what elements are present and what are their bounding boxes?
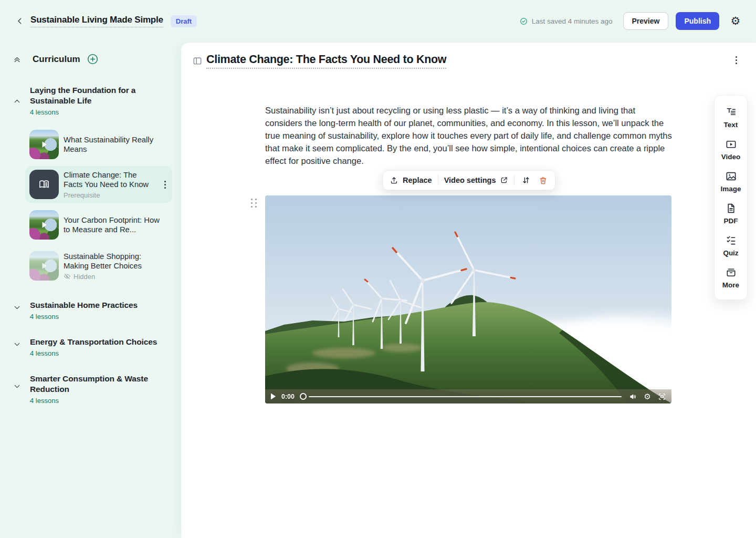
block-drag-handle[interactable] xyxy=(249,197,259,210)
more-blocks-icon xyxy=(725,266,737,278)
curriculum-sidebar: Curriculum Laying the Foundation for a S… xyxy=(0,42,181,538)
replace-button[interactable]: Replace xyxy=(390,176,432,185)
section-title: Smarter Consumption & Waste Reduction xyxy=(30,374,168,395)
video-settings-label: Video settings xyxy=(444,176,496,184)
insert-video-button[interactable]: Video xyxy=(715,138,747,161)
lesson-row-sustainable-shopping[interactable]: Sustainable Shopping: Making Better Choi… xyxy=(25,247,172,284)
section-title: Sustainable Home Practices xyxy=(30,300,168,311)
lesson-editor-canvas: Climate Change: The Facts You Need to Kn… xyxy=(181,42,756,538)
add-section-button[interactable] xyxy=(87,53,99,65)
insert-pdf-label: PDF xyxy=(724,217,738,225)
lesson-prerequisite-label: Prerequisite xyxy=(64,191,158,199)
insert-pdf-button[interactable]: PDF xyxy=(715,202,747,225)
lesson-hidden-label: Hidden xyxy=(74,273,95,281)
settings-gear-icon[interactable]: ⚙ xyxy=(728,13,743,29)
lesson-title: Sustainable Shopping: Making Better Choi… xyxy=(64,252,168,271)
section-title: Energy & Transportation Choices xyxy=(30,337,168,347)
insert-block-panel: Text Video Image PDF Quiz More xyxy=(714,95,748,300)
pdf-icon xyxy=(725,202,737,214)
eye-off-icon xyxy=(64,273,71,280)
publish-button[interactable]: Publish xyxy=(676,12,719,30)
replace-label: Replace xyxy=(403,176,432,184)
section-lesson-count: 4 lessons xyxy=(30,108,168,116)
arrows-up-down-icon xyxy=(521,175,531,185)
section-lesson-count: 4 lessons xyxy=(30,349,168,357)
chevron-up-icon[interactable] xyxy=(13,97,22,106)
status-badge: Draft xyxy=(171,15,197,27)
video-current-time: 0:00 xyxy=(281,393,295,400)
toolbar-divider xyxy=(514,175,514,185)
play-icon xyxy=(29,210,59,240)
insert-text-button[interactable]: Text xyxy=(715,106,747,129)
last-saved-status: Last saved 4 minutes ago xyxy=(519,17,613,26)
video-player[interactable]: 0:00 ⚙ xyxy=(265,195,671,404)
image-icon xyxy=(725,170,737,182)
delete-block-button[interactable] xyxy=(538,175,549,186)
external-link-icon xyxy=(500,176,508,184)
upload-icon xyxy=(390,176,398,185)
insert-text-label: Text xyxy=(724,121,738,129)
last-saved-text: Last saved 4 minutes ago xyxy=(532,17,613,25)
insert-image-label: Image xyxy=(720,185,741,193)
section-header-3[interactable]: Energy & Transportation Choices 4 lesson… xyxy=(13,337,168,357)
sidebar-toggle-icon[interactable] xyxy=(191,54,204,68)
video-icon xyxy=(725,138,737,150)
lesson-page-title[interactable]: Climate Change: The Facts You Need to Kn… xyxy=(206,53,446,69)
insert-image-button[interactable]: Image xyxy=(715,170,747,193)
insert-quiz-label: Quiz xyxy=(723,249,738,257)
video-settings-button[interactable]: Video settings xyxy=(444,176,509,184)
section-header-4[interactable]: Smarter Consumption & Waste Reduction 4 … xyxy=(13,374,168,405)
course-title[interactable]: Sustainable Living Made Simple xyxy=(30,15,163,27)
section-lesson-count: 4 lessons xyxy=(30,397,168,405)
seek-bar[interactable] xyxy=(309,396,622,397)
lesson-title: Your Carbon Footprint: How to Measure an… xyxy=(64,215,168,235)
lesson-video-thumbnail xyxy=(29,210,59,240)
lesson-reading-tile xyxy=(29,170,59,199)
seek-handle[interactable] xyxy=(300,393,307,400)
quiz-icon xyxy=(725,234,737,246)
top-bar: Sustainable Living Made Simple Draft Las… xyxy=(0,0,756,42)
video-frame-wind-turbines xyxy=(265,195,671,404)
text-icon xyxy=(725,106,737,118)
insert-quiz-button[interactable]: Quiz xyxy=(715,234,747,257)
move-block-button[interactable] xyxy=(520,174,532,186)
curriculum-title: Curriculum xyxy=(33,54,80,65)
video-block-toolbar: Replace Video settings xyxy=(383,170,555,190)
preview-button[interactable]: Preview xyxy=(623,12,669,30)
lesson-title: What Sustainability Really Means xyxy=(64,135,168,154)
lesson-title: Climate Change: The Facts You Need to Kn… xyxy=(64,170,158,190)
lesson-video-thumbnail xyxy=(29,130,59,159)
lesson-row-climate-change[interactable]: Climate Change: The Facts You Need to Kn… xyxy=(25,166,172,203)
section-title: Laying the Foundation for a Sustainable … xyxy=(30,85,168,106)
volume-icon[interactable] xyxy=(629,392,637,401)
lesson-video-thumbnail xyxy=(29,251,59,281)
chevron-down-icon[interactable] xyxy=(13,340,22,349)
trash-icon xyxy=(539,176,548,185)
lesson-row-what-sustainability[interactable]: What Sustainability Really Means xyxy=(25,126,172,163)
lesson-intro-paragraph[interactable]: Sustainability isn’t just about recyclin… xyxy=(265,104,675,167)
play-icon xyxy=(29,251,59,281)
insert-more-button[interactable]: More xyxy=(715,266,747,289)
play-icon xyxy=(29,130,59,159)
video-settings-gear-icon[interactable]: ⚙ xyxy=(644,392,651,400)
section-lesson-count: 4 lessons xyxy=(30,313,168,320)
insert-video-label: Video xyxy=(721,153,741,161)
collapse-all-icon[interactable] xyxy=(13,55,22,64)
toolbar-divider xyxy=(438,175,438,185)
video-controls-bar: 0:00 ⚙ xyxy=(265,389,671,404)
lesson-kebab-menu[interactable] xyxy=(162,179,168,191)
back-button[interactable] xyxy=(13,14,27,28)
check-circle-icon xyxy=(519,17,528,26)
fullscreen-icon[interactable] xyxy=(658,392,666,401)
chevron-down-icon[interactable] xyxy=(13,382,22,391)
chevron-down-icon[interactable] xyxy=(13,303,22,312)
section-header-1[interactable]: Laying the Foundation for a Sustainable … xyxy=(13,85,168,116)
chevron-left-icon xyxy=(15,16,25,26)
insert-more-label: More xyxy=(722,281,739,289)
lesson-options-kebab[interactable] xyxy=(733,54,739,66)
lesson-row-carbon-footprint[interactable]: Your Carbon Footprint: How to Measure an… xyxy=(25,206,172,243)
play-button[interactable] xyxy=(270,393,276,400)
section-header-2[interactable]: Sustainable Home Practices 4 lessons xyxy=(13,300,168,320)
book-open-icon xyxy=(37,178,51,191)
